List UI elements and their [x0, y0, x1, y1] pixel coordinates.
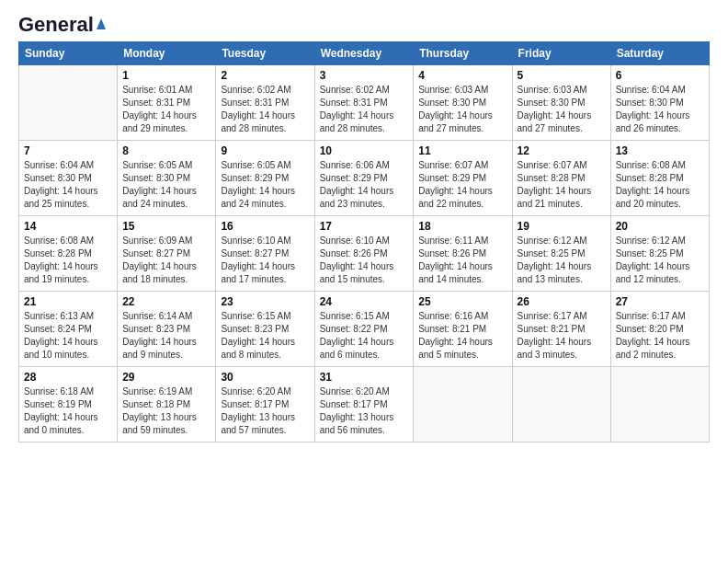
weekday-header-wednesday: Wednesday: [314, 42, 414, 65]
calendar-cell-4-7: 27Sunrise: 6:17 AM Sunset: 8:20 PM Dayli…: [610, 292, 709, 367]
day-number: 1: [122, 69, 210, 82]
day-number: 12: [518, 144, 606, 157]
day-info: Sunrise: 6:20 AM Sunset: 8:17 PM Dayligh…: [320, 385, 409, 437]
day-number: 2: [221, 69, 309, 82]
day-info: Sunrise: 6:05 AM Sunset: 8:30 PM Dayligh…: [122, 159, 210, 211]
day-number: 30: [221, 371, 309, 384]
day-number: 15: [122, 220, 210, 233]
day-number: 26: [518, 295, 606, 308]
day-info: Sunrise: 6:09 AM Sunset: 8:27 PM Dayligh…: [122, 235, 210, 286]
page: General SundayMondayTuesdayWednesdayThur…: [0, 0, 728, 563]
day-info: Sunrise: 6:19 AM Sunset: 8:18 PM Dayligh…: [122, 385, 210, 437]
day-info: Sunrise: 6:02 AM Sunset: 8:31 PM Dayligh…: [320, 84, 409, 135]
day-info: Sunrise: 6:05 AM Sunset: 8:29 PM Dayligh…: [221, 159, 309, 211]
day-info: Sunrise: 6:02 AM Sunset: 8:31 PM Dayligh…: [221, 84, 309, 135]
calendar-cell-4-5: 25Sunrise: 6:16 AM Sunset: 8:21 PM Dayli…: [414, 292, 512, 367]
day-number: 3: [320, 69, 409, 82]
day-number: 6: [616, 69, 704, 82]
calendar-cell-5-3: 30Sunrise: 6:20 AM Sunset: 8:17 PM Dayli…: [216, 367, 314, 442]
calendar-week-row-4: 21Sunrise: 6:13 AM Sunset: 8:24 PM Dayli…: [19, 292, 710, 367]
calendar-cell-4-3: 23Sunrise: 6:15 AM Sunset: 8:23 PM Dayli…: [216, 292, 314, 367]
calendar-cell-3-1: 14Sunrise: 6:08 AM Sunset: 8:28 PM Dayli…: [19, 216, 118, 292]
calendar-week-row-3: 14Sunrise: 6:08 AM Sunset: 8:28 PM Dayli…: [19, 216, 710, 292]
day-info: Sunrise: 6:08 AM Sunset: 8:28 PM Dayligh…: [616, 159, 704, 211]
calendar-cell-3-5: 18Sunrise: 6:11 AM Sunset: 8:26 PM Dayli…: [414, 216, 512, 292]
day-info: Sunrise: 6:06 AM Sunset: 8:29 PM Dayligh…: [320, 159, 409, 211]
calendar-cell-1-1: [19, 65, 118, 141]
day-number: 18: [418, 220, 506, 233]
calendar-cell-3-6: 19Sunrise: 6:12 AM Sunset: 8:25 PM Dayli…: [512, 216, 610, 292]
day-info: Sunrise: 6:12 AM Sunset: 8:25 PM Dayligh…: [616, 235, 704, 286]
calendar-cell-1-2: 1Sunrise: 6:01 AM Sunset: 8:31 PM Daylig…: [118, 65, 216, 141]
calendar-cell-2-4: 10Sunrise: 6:06 AM Sunset: 8:29 PM Dayli…: [314, 141, 414, 216]
day-info: Sunrise: 6:16 AM Sunset: 8:21 PM Dayligh…: [418, 310, 506, 362]
day-number: 16: [221, 220, 309, 233]
day-info: Sunrise: 6:13 AM Sunset: 8:24 PM Dayligh…: [24, 310, 112, 362]
day-info: Sunrise: 6:10 AM Sunset: 8:27 PM Dayligh…: [221, 235, 309, 286]
day-number: 28: [24, 371, 112, 384]
weekday-header-thursday: Thursday: [414, 42, 512, 65]
day-info: Sunrise: 6:18 AM Sunset: 8:19 PM Dayligh…: [24, 385, 112, 437]
day-number: 10: [320, 144, 409, 157]
day-number: 27: [616, 295, 704, 308]
calendar-cell-5-4: 31Sunrise: 6:20 AM Sunset: 8:17 PM Dayli…: [314, 367, 414, 442]
day-number: 25: [418, 295, 506, 308]
calendar-cell-2-6: 12Sunrise: 6:07 AM Sunset: 8:28 PM Dayli…: [512, 141, 610, 216]
day-number: 13: [616, 144, 704, 157]
calendar-cell-1-7: 6Sunrise: 6:04 AM Sunset: 8:30 PM Daylig…: [610, 65, 709, 141]
calendar-header-row: SundayMondayTuesdayWednesdayThursdayFrid…: [19, 42, 710, 65]
day-info: Sunrise: 6:10 AM Sunset: 8:26 PM Dayligh…: [320, 235, 409, 286]
calendar-cell-4-6: 26Sunrise: 6:17 AM Sunset: 8:21 PM Dayli…: [512, 292, 610, 367]
day-number: 20: [616, 220, 704, 233]
day-number: 24: [320, 295, 409, 308]
calendar-week-row-5: 28Sunrise: 6:18 AM Sunset: 8:19 PM Dayli…: [19, 367, 710, 442]
day-number: 7: [24, 144, 112, 157]
header: General: [18, 15, 710, 32]
calendar-cell-2-5: 11Sunrise: 6:07 AM Sunset: 8:29 PM Dayli…: [414, 141, 512, 216]
day-info: Sunrise: 6:04 AM Sunset: 8:30 PM Dayligh…: [24, 159, 112, 211]
calendar-cell-4-2: 22Sunrise: 6:14 AM Sunset: 8:23 PM Dayli…: [118, 292, 216, 367]
calendar-cell-2-3: 9Sunrise: 6:05 AM Sunset: 8:29 PM Daylig…: [216, 141, 314, 216]
day-info: Sunrise: 6:03 AM Sunset: 8:30 PM Dayligh…: [518, 84, 606, 135]
weekday-header-friday: Friday: [512, 42, 610, 65]
day-number: 29: [122, 371, 210, 384]
calendar-cell-1-6: 5Sunrise: 6:03 AM Sunset: 8:30 PM Daylig…: [512, 65, 610, 141]
calendar-cell-3-2: 15Sunrise: 6:09 AM Sunset: 8:27 PM Dayli…: [118, 216, 216, 292]
calendar-cell-1-5: 4Sunrise: 6:03 AM Sunset: 8:30 PM Daylig…: [414, 65, 512, 141]
day-info: Sunrise: 6:04 AM Sunset: 8:30 PM Dayligh…: [616, 84, 704, 135]
calendar-cell-2-2: 8Sunrise: 6:05 AM Sunset: 8:30 PM Daylig…: [118, 141, 216, 216]
logo-arrow-icon: [97, 18, 106, 29]
calendar-table: SundayMondayTuesdayWednesdayThursdayFrid…: [18, 41, 710, 442]
day-number: 4: [418, 69, 506, 82]
calendar-cell-5-6: [512, 367, 610, 442]
day-info: Sunrise: 6:03 AM Sunset: 8:30 PM Dayligh…: [418, 84, 506, 135]
calendar-week-row-2: 7Sunrise: 6:04 AM Sunset: 8:30 PM Daylig…: [19, 141, 710, 216]
calendar-cell-3-7: 20Sunrise: 6:12 AM Sunset: 8:25 PM Dayli…: [610, 216, 709, 292]
logo-general-text: General: [18, 15, 94, 35]
calendar-week-row-1: 1Sunrise: 6:01 AM Sunset: 8:31 PM Daylig…: [19, 65, 710, 141]
day-info: Sunrise: 6:12 AM Sunset: 8:25 PM Dayligh…: [518, 235, 606, 286]
day-number: 11: [418, 144, 506, 157]
calendar-cell-5-5: [414, 367, 512, 442]
calendar-cell-1-4: 3Sunrise: 6:02 AM Sunset: 8:31 PM Daylig…: [314, 65, 414, 141]
day-number: 9: [221, 144, 309, 157]
day-info: Sunrise: 6:11 AM Sunset: 8:26 PM Dayligh…: [418, 235, 506, 286]
day-number: 21: [24, 295, 112, 308]
calendar-cell-2-7: 13Sunrise: 6:08 AM Sunset: 8:28 PM Dayli…: [610, 141, 709, 216]
day-info: Sunrise: 6:08 AM Sunset: 8:28 PM Dayligh…: [24, 235, 112, 286]
day-number: 31: [320, 371, 409, 384]
calendar-cell-3-4: 17Sunrise: 6:10 AM Sunset: 8:26 PM Dayli…: [314, 216, 414, 292]
weekday-header-tuesday: Tuesday: [216, 42, 314, 65]
calendar-cell-3-3: 16Sunrise: 6:10 AM Sunset: 8:27 PM Dayli…: [216, 216, 314, 292]
day-info: Sunrise: 6:20 AM Sunset: 8:17 PM Dayligh…: [221, 385, 309, 437]
calendar-cell-5-1: 28Sunrise: 6:18 AM Sunset: 8:19 PM Dayli…: [19, 367, 118, 442]
calendar-cell-5-7: [610, 367, 709, 442]
day-number: 23: [221, 295, 309, 308]
calendar-cell-1-3: 2Sunrise: 6:02 AM Sunset: 8:31 PM Daylig…: [216, 65, 314, 141]
day-info: Sunrise: 6:07 AM Sunset: 8:28 PM Dayligh…: [518, 159, 606, 211]
weekday-header-sunday: Sunday: [19, 42, 118, 65]
calendar-cell-2-1: 7Sunrise: 6:04 AM Sunset: 8:30 PM Daylig…: [19, 141, 118, 216]
calendar-cell-4-1: 21Sunrise: 6:13 AM Sunset: 8:24 PM Dayli…: [19, 292, 118, 367]
calendar-cell-5-2: 29Sunrise: 6:19 AM Sunset: 8:18 PM Dayli…: [118, 367, 216, 442]
day-number: 22: [122, 295, 210, 308]
